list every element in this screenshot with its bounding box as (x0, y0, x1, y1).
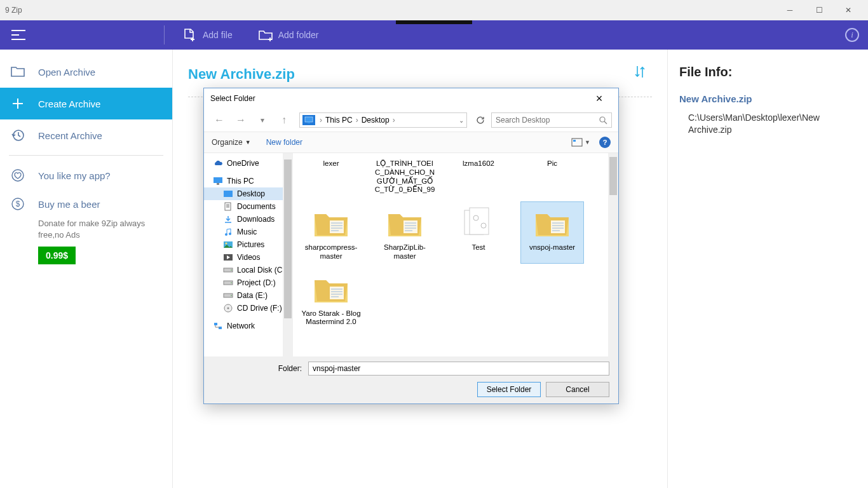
desktop-icon (223, 189, 233, 198)
folder-open-icon (10, 64, 25, 79)
tree-downloads[interactable]: Downloads (204, 213, 293, 226)
menu-button[interactable] (0, 20, 31, 50)
refresh-button[interactable] (473, 113, 487, 127)
sidebar-recent-archive[interactable]: Recent Archive (0, 119, 172, 151)
folder-lexer[interactable]: lexer (299, 157, 363, 198)
organize-dropdown[interactable]: Organize ▼ (212, 138, 251, 147)
folder-icon (311, 204, 351, 241)
tree-project-d[interactable]: Project (D:) (204, 276, 293, 289)
select-folder-button[interactable]: Select Folder (477, 382, 541, 397)
svg-rect-34 (551, 220, 565, 233)
dialog-nav: ← → ▾ ↑ › This PC › Desktop › ⌄ (204, 109, 618, 132)
tree-music[interactable]: Music (204, 226, 293, 238)
add-file-label: Add file (203, 30, 233, 40)
folder-toeic[interactable]: LỘ_TRÌNH_TOEIC_DÀNH_CHO_NGƯỜI_MẤT_GỐC_TỪ… (373, 157, 437, 198)
sidebar-item-label: You like my app? (38, 170, 111, 181)
file-info-name: New Archive.zip (679, 93, 857, 104)
folder-name-input[interactable] (308, 362, 609, 376)
file-info-path: C:\Users\Man\Desktop\lexer\New Archive.z… (679, 112, 857, 136)
minimize-button[interactable]: ─ (775, 0, 804, 20)
sidebar-like-app[interactable]: You like my app? (0, 159, 172, 191)
dialog-footer: Folder: Select Folder Cancel (204, 356, 618, 403)
add-folder-button[interactable]: Add folder (245, 20, 332, 50)
sidebar-create-archive[interactable]: Create Archive (0, 88, 172, 119)
tree-pictures[interactable]: Pictures (204, 238, 293, 251)
search-input[interactable] (496, 116, 599, 125)
price-badge[interactable]: 0.99$ (38, 247, 76, 264)
folder-sharpcompress[interactable]: sharpcompress-master (299, 201, 363, 264)
maximize-button[interactable]: ☐ (804, 0, 834, 20)
search-box[interactable] (491, 112, 612, 128)
scrollbar-thumb[interactable] (284, 159, 292, 318)
sidebar-item-label: Open Archive (38, 67, 95, 78)
svg-rect-28 (330, 220, 344, 233)
tree-scrollbar[interactable] (283, 153, 293, 356)
window-title: 9 Zip (5, 6, 775, 15)
tree-data-e[interactable]: Data (E:) (204, 289, 293, 302)
monitor-icon (213, 177, 223, 186)
folder-pic[interactable]: Pic (520, 157, 584, 198)
tree-local-disk-c[interactable]: Local Disk (C:) (204, 264, 293, 276)
svg-rect-8 (573, 140, 576, 142)
close-button[interactable]: ✕ (834, 0, 863, 20)
sidebar-open-archive[interactable]: Open Archive (0, 56, 172, 88)
nav-up-button[interactable]: ↑ (275, 111, 293, 129)
tree-network[interactable]: Network (204, 320, 293, 332)
svg-rect-7 (572, 139, 582, 146)
sidebar-item-label: Buy me a beer (38, 199, 100, 210)
cancel-button[interactable]: Cancel (546, 382, 609, 397)
svg-point-6 (600, 117, 605, 122)
history-icon (10, 128, 25, 143)
search-icon (599, 116, 607, 125)
tree-onedrive[interactable]: OneDrive (204, 157, 293, 170)
tree-desktop[interactable]: Desktop (204, 187, 293, 200)
videos-icon (223, 253, 233, 262)
dialog-titlebar: Select Folder × (204, 88, 618, 109)
file-info-panel: File Info: New Archive.zip C:\Users\Man\… (667, 50, 868, 488)
folder-yaro[interactable]: Yaro Starak - Blog Mastermind 2.0 (299, 268, 363, 330)
monitor-icon (302, 115, 315, 125)
nav-dropdown-button[interactable]: ▾ (254, 111, 271, 129)
svg-point-19 (231, 269, 232, 271)
folder-icon (532, 204, 573, 241)
svg-point-21 (231, 282, 232, 283)
info-button[interactable]: i (845, 28, 859, 42)
breadcrumb-this-pc[interactable]: This PC (325, 116, 353, 125)
sidebar-item-label: Create Archive (38, 98, 100, 109)
folder-field-label: Folder: (213, 364, 302, 373)
svg-point-23 (231, 295, 232, 296)
select-folder-dialog: Select Folder × ← → ▾ ↑ › This PC › Desk… (203, 88, 619, 404)
folder-icon (384, 204, 425, 241)
new-folder-button[interactable]: New folder (266, 138, 302, 147)
nav-back-button[interactable]: ← (210, 111, 228, 129)
breadcrumb-bar[interactable]: › This PC › Desktop › ⌄ (299, 112, 467, 128)
tree-cd-drive-f[interactable]: CD Drive (F:) (204, 302, 293, 315)
documents-icon (223, 202, 233, 211)
chevron-down-icon[interactable]: ⌄ (459, 117, 464, 124)
add-folder-label: Add folder (278, 30, 319, 40)
view-dropdown[interactable]: ▼ (571, 138, 590, 147)
folder-scrollbar[interactable] (608, 153, 618, 356)
chevron-right-icon: › (391, 116, 397, 125)
nav-forward-button[interactable]: → (232, 111, 250, 129)
tree-documents[interactable]: Documents (204, 200, 293, 213)
dialog-close-button[interactable]: × (587, 92, 612, 105)
help-button[interactable]: ? (599, 137, 611, 148)
tree-this-pc[interactable]: This PC (204, 175, 293, 187)
main-toolbar: Add file Add folder i (0, 20, 868, 50)
scrollbar-thumb[interactable] (609, 157, 617, 195)
breadcrumb-desktop[interactable]: Desktop (362, 116, 390, 125)
plus-icon (10, 96, 25, 111)
svg-rect-31 (470, 208, 489, 234)
folder-lzma[interactable]: lzma1602 (447, 157, 510, 198)
svg-rect-26 (214, 323, 217, 325)
sidebar-buy-beer[interactable]: $ Buy me a beer (0, 191, 172, 217)
folder-test[interactable]: Test (447, 201, 510, 264)
add-file-button[interactable]: Add file (170, 20, 245, 50)
folder-vnspoj[interactable]: vnspoj-master (520, 201, 584, 264)
archive-title: New Archive.zip (188, 66, 652, 83)
sort-button[interactable] (632, 64, 649, 81)
dollar-icon: $ (10, 196, 25, 212)
folder-sharpziplib[interactable]: SharpZipLib-master (373, 201, 437, 264)
tree-videos[interactable]: Videos (204, 251, 293, 264)
